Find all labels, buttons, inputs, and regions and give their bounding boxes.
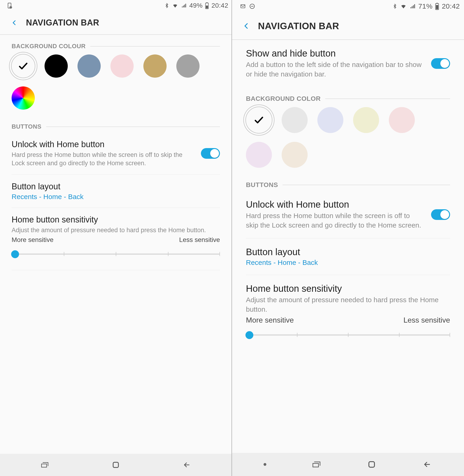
status-bar: 71% 20:42: [232, 0, 464, 12]
status-bar: 49% 20:42: [0, 0, 232, 11]
color-swatch[interactable]: [246, 107, 272, 133]
setting-title: Home button sensitivity: [12, 215, 220, 224]
setting-show-hide-button[interactable]: Show and hide button Add a button to the…: [246, 40, 450, 87]
wifi-icon: [172, 2, 179, 9]
color-swatch[interactable]: [110, 55, 134, 78]
setting-title: Button layout: [12, 182, 220, 191]
section-buttons: BUTTONS: [246, 173, 450, 191]
sensitivity-slider[interactable]: [246, 328, 450, 342]
color-swatch[interactable]: [176, 55, 200, 78]
color-swatch[interactable]: [282, 107, 308, 133]
battery-icon: [435, 2, 439, 10]
wifi-icon: [400, 3, 407, 9]
page-title: NAVIGATION BAR: [26, 18, 99, 28]
slider-label-less: Less sensitive: [404, 316, 450, 325]
slider-label-more: More sensitive: [12, 236, 54, 243]
color-swatch[interactable]: [12, 55, 35, 78]
setting-button-layout[interactable]: Button layout Recents - Home - Back: [246, 238, 450, 275]
slider-thumb[interactable]: [245, 331, 253, 339]
setting-value: Recents - Home - Back: [12, 193, 220, 201]
setting-desc: Adjust the amount of pressure needed to …: [246, 295, 450, 314]
setting-button-layout[interactable]: Button layout Recents - Home - Back: [12, 175, 220, 208]
system-nav-bar: [0, 454, 232, 476]
clock: 20:42: [442, 2, 460, 10]
bluetooth-icon: [164, 2, 169, 9]
section-background-colour: BACKGROUND COLOUR: [12, 35, 220, 52]
slider-thumb[interactable]: [11, 250, 19, 258]
home-button[interactable]: [110, 459, 121, 470]
color-swatch[interactable]: [353, 107, 379, 133]
svg-point-2: [10, 7, 11, 8]
setting-unlock-home[interactable]: Unlock with Home button Hard press the H…: [246, 191, 450, 238]
setting-title: Home button sensitivity: [246, 283, 450, 294]
app-bar: NAVIGATION BAR: [232, 12, 464, 40]
color-swatch[interactable]: [143, 55, 167, 78]
color-grid: [246, 105, 450, 173]
page-title: NAVIGATION BAR: [258, 21, 339, 31]
color-swatch[interactable]: [45, 55, 68, 78]
toggle-unlock-home[interactable]: [201, 148, 220, 159]
color-swatch[interactable]: [12, 86, 35, 110]
color-swatch[interactable]: [77, 55, 101, 78]
setting-home-sensitivity[interactable]: Home button sensitivity Adjust the amoun…: [246, 275, 450, 359]
toggle-unlock-home[interactable]: [431, 209, 450, 220]
back-button[interactable]: [9, 18, 19, 28]
signal-icon: [181, 3, 187, 8]
system-nav-bar: [232, 453, 464, 476]
color-swatch[interactable]: [282, 142, 308, 168]
svg-rect-4: [206, 2, 208, 3]
content-scroll[interactable]: BACKGROUND COLOUR BUTTONS Unlock with Ho…: [0, 35, 232, 454]
setting-value: Recents - Home - Back: [246, 259, 450, 267]
setting-title: Unlock with Home button: [12, 140, 194, 149]
svg-rect-13: [436, 5, 438, 9]
battery-icon: [205, 2, 209, 9]
screenshot-left: 49% 20:42 NAVIGATION BAR BACKGROUND COLO…: [0, 0, 232, 476]
bluetooth-icon: [392, 3, 397, 10]
screenshot-icon: [7, 2, 12, 9]
recents-button[interactable]: [311, 459, 322, 470]
color-swatch[interactable]: [246, 142, 272, 168]
svg-rect-5: [206, 6, 208, 8]
section-background-color: BACKGROUND COLOR: [246, 87, 450, 105]
toggle-show-hide[interactable]: [431, 58, 450, 69]
setting-title: Unlock with Home button: [246, 199, 424, 210]
svg-rect-14: [369, 462, 375, 467]
recents-button[interactable]: [39, 459, 50, 470]
signal-icon: [409, 3, 416, 9]
slider-label-less: Less sensitive: [179, 236, 220, 243]
dnd-icon: [249, 3, 255, 9]
screenshot-right: 71% 20:42 NAVIGATION BAR Show and hide b…: [232, 0, 464, 476]
clock: 20:42: [211, 2, 228, 9]
color-swatch[interactable]: [389, 107, 415, 133]
back-button[interactable]: [241, 21, 251, 31]
section-buttons: BUTTONS: [12, 115, 220, 132]
color-swatch[interactable]: [317, 107, 343, 133]
setting-desc: Hard press the Home button while the scr…: [12, 151, 194, 168]
setting-desc: Hard press the Home button while the scr…: [246, 211, 424, 230]
show-hide-nav-dot[interactable]: [263, 463, 266, 466]
content-scroll[interactable]: Show and hide button Add a button to the…: [232, 40, 464, 453]
back-button[interactable]: [422, 459, 433, 470]
setting-desc: Adjust the amount of pressure needed to …: [12, 226, 220, 234]
mail-icon: [239, 3, 246, 9]
sensitivity-slider[interactable]: [12, 247, 220, 261]
color-grid: [12, 52, 220, 115]
svg-rect-6: [113, 462, 118, 468]
battery-percent: 71%: [418, 2, 433, 10]
setting-home-sensitivity[interactable]: Home button sensitivity Adjust the amoun…: [12, 208, 220, 277]
home-button[interactable]: [366, 459, 377, 470]
app-bar: NAVIGATION BAR: [0, 11, 232, 35]
setting-title: Show and hide button: [246, 48, 424, 59]
slider-label-more: More sensitive: [246, 316, 294, 325]
svg-rect-12: [437, 3, 438, 3]
battery-percent: 49%: [189, 2, 203, 9]
setting-title: Button layout: [246, 247, 450, 257]
setting-unlock-home[interactable]: Unlock with Home button Hard press the H…: [12, 132, 220, 175]
back-button[interactable]: [181, 459, 192, 470]
setting-desc: Add a button to the left side of the nav…: [246, 60, 424, 79]
